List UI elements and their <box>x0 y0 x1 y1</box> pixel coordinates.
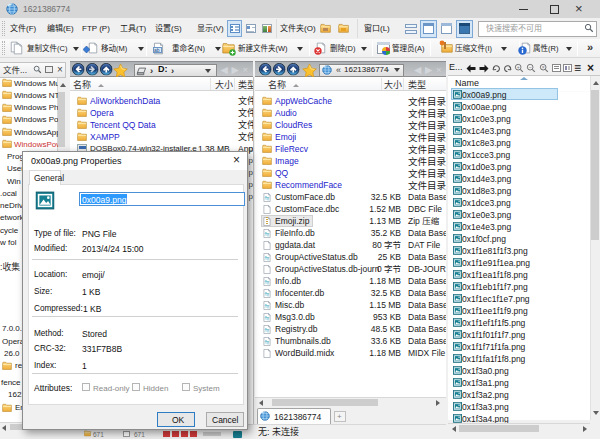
svg-text:×: × <box>542 64 545 70</box>
svg-text:+: + <box>517 64 520 70</box>
svg-text:–: – <box>529 64 532 70</box>
